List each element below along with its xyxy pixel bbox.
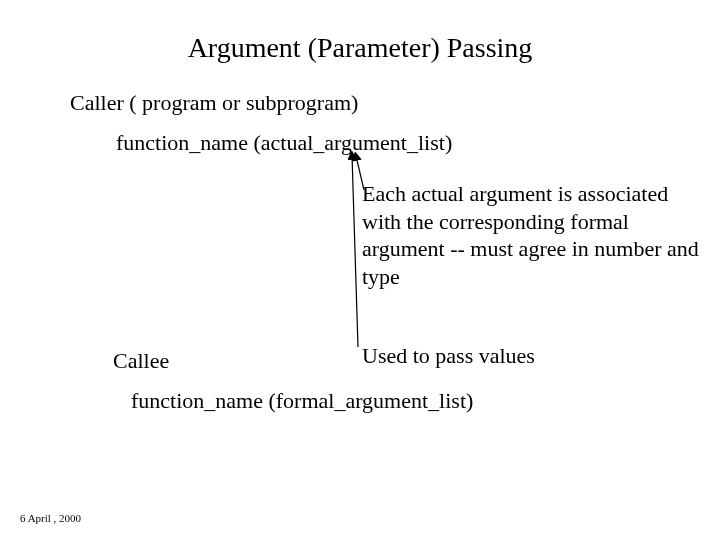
- used-to-pass-text: Used to pass values: [362, 343, 535, 369]
- callee-heading: Callee: [113, 348, 169, 374]
- callee-syntax-text: function_name (formal_argument_list): [131, 388, 473, 414]
- footer-date: 6 April , 2000: [20, 512, 81, 524]
- svg-line-1: [352, 155, 358, 347]
- slide-title: Argument (Parameter) Passing: [0, 32, 720, 64]
- caller-heading: Caller ( program or subprogram): [70, 90, 358, 116]
- explanation-text: Each actual argument is associated with …: [362, 180, 702, 290]
- caller-syntax-text: function_name (actual_argument_list): [116, 130, 452, 156]
